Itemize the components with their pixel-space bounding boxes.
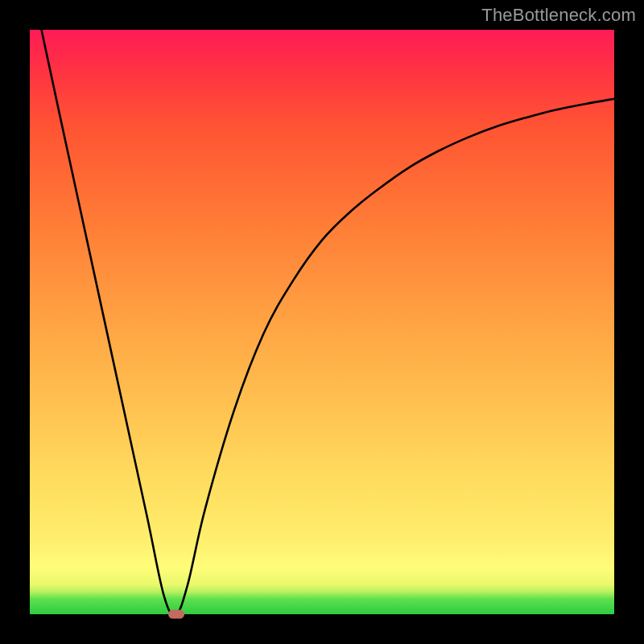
bottleneck-curve: [30, 30, 614, 614]
plot-area: [30, 30, 614, 614]
optimal-marker: [168, 610, 184, 619]
attribution-text: TheBottleneck.com: [481, 5, 636, 26]
chart-frame: TheBottleneck.com: [0, 0, 644, 644]
